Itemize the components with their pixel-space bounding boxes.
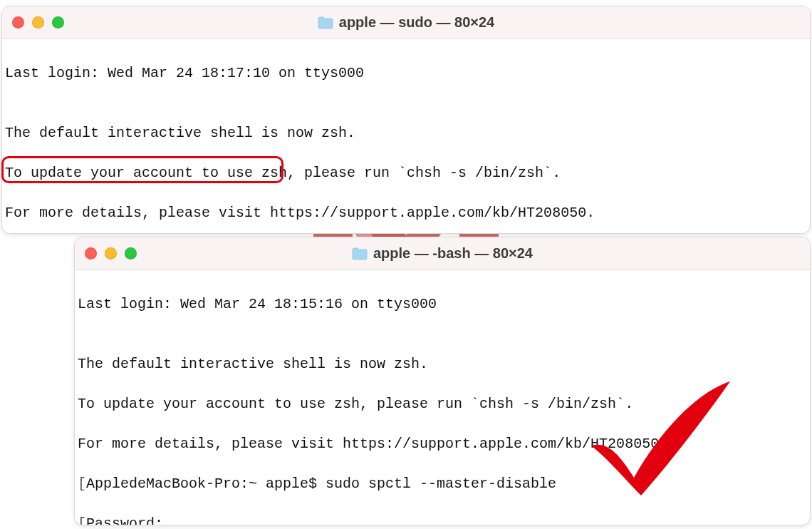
folder-icon [352, 247, 368, 260]
minimize-icon[interactable] [32, 16, 44, 29]
terminal-line: [Password: [78, 514, 807, 525]
terminal-window-sudo[interactable]: apple — sudo — 80×24 Last login: Wed Mar… [1, 6, 811, 234]
terminal-output[interactable]: Last login: Wed Mar 24 18:17:10 on ttys0… [2, 39, 810, 234]
terminal-line: [AppledeMacBook-Pro:~ apple$ sudo spctl … [78, 474, 807, 494]
zoom-icon[interactable] [125, 247, 137, 260]
folder-icon [318, 16, 333, 29]
window-titlebar[interactable]: apple — -bash — 80×24 [75, 237, 810, 270]
window-controls [75, 247, 137, 260]
window-controls [2, 16, 64, 29]
terminal-line: Last login: Wed Mar 24 18:17:10 on ttys0… [5, 63, 807, 83]
terminal-output[interactable]: Last login: Wed Mar 24 18:15:16 on ttys0… [75, 270, 810, 525]
terminal-line: For more details, please visit https://s… [5, 203, 807, 223]
terminal-line: Last login: Wed Mar 24 18:15:16 on ttys0… [78, 294, 807, 314]
terminal-line: The default interactive shell is now zsh… [78, 354, 807, 374]
close-icon[interactable] [85, 247, 97, 260]
terminal-window-bash[interactable]: apple — -bash — 80×24 Last login: Wed Ma… [74, 237, 811, 525]
window-titlebar[interactable]: apple — sudo — 80×24 [2, 6, 810, 39]
window-title: apple — sudo — 80×24 [339, 14, 494, 31]
close-icon[interactable] [12, 16, 24, 29]
terminal-line: The default interactive shell is now zsh… [5, 123, 807, 143]
terminal-line: To update your account to use zsh, pleas… [78, 394, 807, 414]
terminal-line: To update your account to use zsh, pleas… [5, 163, 807, 183]
minimize-icon[interactable] [105, 247, 117, 260]
terminal-line: For more details, please visit https://s… [78, 434, 807, 454]
window-title: apple — -bash — 80×24 [373, 245, 533, 262]
zoom-icon[interactable] [52, 16, 64, 29]
